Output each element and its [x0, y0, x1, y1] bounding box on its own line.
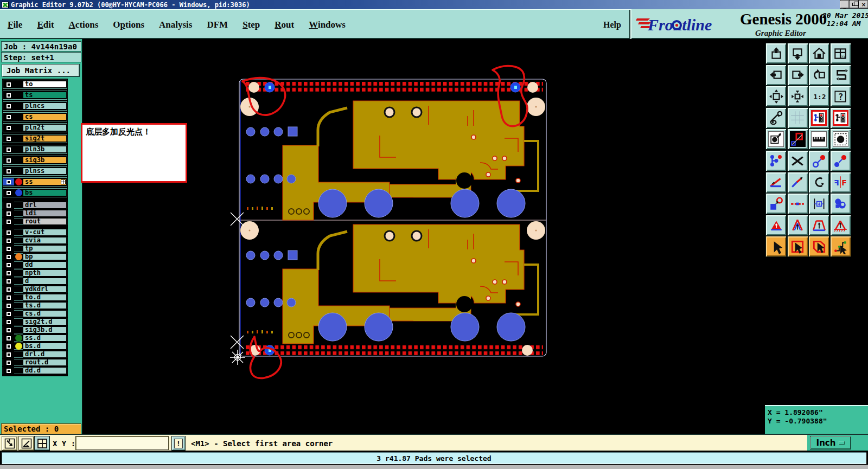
layer-row-drl.d[interactable]: drl.d — [3, 351, 67, 358]
layer-name[interactable]: sig3b — [23, 157, 67, 164]
layer-row-pln3b[interactable]: pln3b — [3, 145, 67, 154]
layer-name[interactable]: plncs — [23, 102, 67, 110]
layer-name[interactable]: ldi — [23, 210, 67, 217]
layer-row-sig3b.d[interactable]: sig3b.d — [3, 326, 67, 333]
layer-checkbox[interactable] — [3, 168, 14, 175]
menu-windows[interactable]: Windows — [309, 20, 346, 30]
layer-name[interactable]: pln2t — [23, 124, 67, 131]
layer-checkbox[interactable] — [3, 157, 14, 164]
layer-row-ss.d[interactable]: ss.d — [3, 335, 67, 342]
select-mode-polygon-button[interactable] — [809, 236, 829, 256]
layer-name[interactable]: d — [23, 278, 67, 285]
layer-checkbox[interactable] — [3, 253, 14, 260]
layer-row-plncs[interactable]: plncs — [3, 101, 67, 111]
swap-shapes-button[interactable] — [766, 194, 786, 214]
delete-cross-button[interactable] — [788, 151, 808, 171]
layer-checkbox[interactable] — [3, 218, 14, 225]
home-view-button[interactable] — [809, 43, 829, 63]
move-solid-circle-button[interactable] — [831, 151, 851, 171]
layer-name[interactable]: sig3b.d — [23, 326, 67, 333]
fit-view-button[interactable] — [766, 86, 786, 106]
layer-checkbox[interactable] — [3, 326, 14, 333]
layer-row-bp[interactable]: bp — [3, 253, 67, 260]
layer-checkbox[interactable] — [3, 245, 14, 252]
layer-checkbox[interactable] — [3, 351, 14, 358]
layer-row-bs[interactable]: bs — [3, 188, 67, 197]
layer-checkbox[interactable] — [3, 102, 14, 110]
job-matrix-button[interactable]: Job Matrix ... — [2, 65, 79, 76]
menu-options[interactable]: Options — [113, 20, 144, 30]
layer-name[interactable]: pln3b — [23, 146, 67, 153]
net-endpoints-button[interactable] — [766, 151, 786, 171]
layer-name[interactable]: drl — [23, 202, 67, 209]
layer-row-cs.d[interactable]: cs.d — [3, 310, 67, 317]
tri-hatched-arrow-button[interactable] — [831, 215, 851, 235]
tri-outline-arrow-button[interactable] — [788, 215, 808, 235]
tri-solid-arrow-button[interactable] — [766, 215, 786, 235]
layer-row-cs[interactable]: cs — [3, 112, 67, 121]
layer-name[interactable]: tp — [23, 245, 67, 252]
menu-edit[interactable]: Edit — [37, 20, 54, 30]
layer-checkbox[interactable] — [3, 343, 14, 350]
layer-row-plnss[interactable]: plnss — [3, 166, 67, 176]
pan-center-button[interactable] — [788, 86, 808, 106]
previous-view-button[interactable] — [809, 65, 829, 85]
layer-row-cvia[interactable]: cvia — [3, 237, 67, 244]
layer-checkbox[interactable] — [3, 359, 14, 366]
layer-checkbox[interactable] — [3, 302, 14, 309]
menu-help[interactable]: Help — [603, 10, 621, 40]
layer-row-to.d[interactable]: to.d — [3, 294, 67, 301]
layer-checkbox[interactable] — [3, 81, 14, 88]
layer-row-dd[interactable]: dd — [3, 261, 67, 268]
layer-row-ldi[interactable]: ldi — [3, 210, 67, 217]
layer-name[interactable]: v-cut — [23, 229, 67, 236]
line-arrow-button[interactable] — [788, 172, 808, 192]
layer-row-drl[interactable]: drl — [3, 202, 67, 209]
layer-name[interactable]: npth — [23, 269, 67, 277]
pcb-viewport[interactable] — [82, 39, 765, 434]
layer-name[interactable]: dd.d — [23, 367, 67, 374]
layer-checkbox[interactable] — [3, 261, 14, 268]
layer-checkbox[interactable] — [3, 124, 14, 131]
merge-shapes-button[interactable] — [831, 194, 851, 214]
layer-checkbox[interactable] — [3, 135, 14, 142]
view-slide-right-button[interactable] — [788, 65, 808, 85]
grid-cell-icon[interactable] — [35, 436, 49, 450]
menu-dfm[interactable]: DFM — [207, 20, 228, 30]
layer-checkbox[interactable] — [3, 229, 14, 236]
layer-name[interactable]: cvia — [23, 237, 67, 244]
layer-name[interactable]: rout.d — [23, 359, 67, 366]
layer-row-sig2t.d[interactable]: sig2t.d — [3, 318, 67, 325]
layer-checkbox[interactable] — [3, 335, 14, 342]
layer-checkbox[interactable] — [3, 210, 14, 217]
layer-row-d[interactable]: d — [3, 278, 67, 285]
tri-flat-arrow-button[interactable] — [809, 215, 829, 235]
layer-row-ts.d[interactable]: ts.d — [3, 302, 67, 309]
layer-row-sig2t[interactable]: sig2t — [3, 134, 67, 143]
layer-name[interactable]: plnss — [23, 168, 67, 175]
layer-checkbox[interactable] — [3, 178, 14, 185]
layer-name[interactable]: dd — [23, 261, 67, 268]
menu-actions[interactable]: Actions — [69, 20, 99, 30]
measure-ruler-button[interactable] — [809, 129, 829, 149]
layer-name[interactable]: cs.d — [23, 310, 67, 317]
view-slide-up-button[interactable] — [766, 43, 786, 63]
layer-checkbox[interactable] — [3, 202, 14, 209]
layer-row-ss[interactable]: ss — [3, 177, 67, 187]
move-open-circle-button[interactable] — [809, 151, 829, 171]
layer-row-sig3b[interactable]: sig3b — [3, 156, 67, 165]
layer-checkbox[interactable] — [3, 286, 14, 293]
context-help-button[interactable]: ? — [831, 86, 851, 106]
unit-selector[interactable]: Inch — [810, 436, 851, 449]
layer-checkbox[interactable] — [3, 189, 14, 196]
layer-name[interactable]: cs — [23, 113, 67, 120]
serpentine-route-button[interactable] — [831, 65, 851, 85]
select-mode-frame-button[interactable] — [788, 236, 808, 256]
select-mode-net-button[interactable] — [831, 236, 851, 256]
layer-row-ts[interactable]: ts — [3, 91, 67, 100]
restore-button[interactable] — [850, 1, 858, 8]
command-run-button[interactable]: ! — [172, 436, 185, 450]
zoom-ratio-button[interactable]: 1:2 — [809, 86, 829, 106]
layer-row-npth[interactable]: npth — [3, 269, 67, 277]
snap-angle-icon[interactable] — [19, 436, 34, 450]
